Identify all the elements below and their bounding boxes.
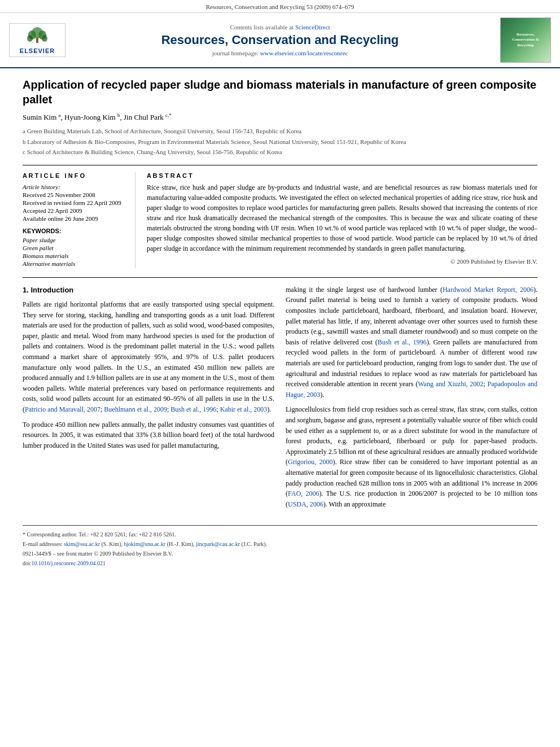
keyword-1: Paper sludge	[23, 237, 126, 243]
revised-date: Received in revised form 22 April 2009	[23, 199, 126, 206]
authors-line: Sumin Kim a, Hyun-Joong Kim b, Jin Chul …	[23, 112, 537, 122]
footnote-area: * Corresponding author. Tel.: +82 2 820 …	[0, 528, 560, 567]
issn-line: 0921-3449/$ – see front matter © 2009 Pu…	[23, 549, 537, 558]
svg-point-5	[42, 35, 47, 42]
journal-header: ELSEVIER Contents lists available at Sci…	[0, 13, 560, 68]
journal-title: Resources, Conservation and Recycling	[71, 33, 489, 47]
affiliation-a: a Green Building Materials Lab, School o…	[23, 126, 537, 136]
keywords-section: Keywords: Paper sludge Green pallet Biom…	[23, 228, 126, 267]
journal-ref-text: Resources, Conservation and Recycling 53…	[206, 3, 354, 10]
copyright-line: © 2009 Published by Elsevier B.V.	[147, 258, 537, 265]
affiliation-b: b Laboratory of Adhesion & Bio-Composite…	[23, 137, 537, 147]
journal-thumbnail-area: Resources,Conservation &Recycling	[489, 18, 551, 63]
ref-fao-link[interactable]: FAO, 2006	[288, 490, 319, 497]
abstract-text: Rice straw, rice husk and paper sludge a…	[147, 182, 537, 254]
ref-hardwood-link[interactable]: Hardwood Market Report, 2006	[443, 286, 533, 294]
footnote-divider	[23, 525, 537, 526]
online-date: Available online 26 June 2009	[23, 215, 126, 222]
elsevier-logo: ELSEVIER	[9, 23, 65, 57]
author-sumin: Sumin Kim a	[23, 113, 61, 121]
email-skim[interactable]: skim@ssu.ac.kr	[64, 541, 100, 547]
email-hjokim[interactable]: hjokim@snu.ac.kr	[124, 541, 165, 547]
corresponding-note: * Corresponding author. Tel.: +82 2 820 …	[23, 530, 537, 539]
body-para2: To produce 450 million new pallets annua…	[23, 420, 274, 451]
ref-grigor-link[interactable]: Grigoriou, 2000	[288, 458, 333, 466]
affiliation-c: c School of Architecture & Building Scie…	[23, 147, 537, 157]
ref-wang-link[interactable]: Wang and Xiuzhi, 2002	[418, 380, 483, 388]
homepage-label: journal homepage:	[212, 50, 259, 56]
contents-line: Contents lists available at ScienceDirec…	[71, 24, 489, 30]
elsevier-text: ELSEVIER	[20, 47, 55, 54]
keyword-3: Biomass materials	[23, 252, 126, 259]
body-para1: Pallets are rigid horizontal platforms t…	[23, 299, 274, 415]
ref-usda-link[interactable]: USDA, 2006	[288, 500, 323, 508]
body-section: 1. Introduction Pallets are rigid horizo…	[23, 277, 537, 514]
elsevier-logo-area: ELSEVIER	[9, 23, 71, 57]
journal-center-header: Contents lists available at ScienceDirec…	[71, 24, 489, 56]
section1-title: 1. Introduction	[23, 285, 274, 296]
doi-line: doi:10.1016/j.resconrec.2009.04.021	[23, 559, 537, 567]
body-col-left: 1. Introduction Pallets are rigid horizo…	[23, 285, 274, 514]
abstract-column: A B S T R A C T Rice straw, rice husk an…	[147, 172, 537, 268]
journal-thumbnail: Resources,Conservation &Recycling	[500, 18, 551, 63]
ref-buehlmann-link[interactable]: Buehlmann et al., 2009	[104, 405, 167, 413]
body-col-right: making it the single largest use of hard…	[286, 285, 537, 514]
contents-label: Contents lists available at	[230, 24, 294, 30]
sciencedirect-link[interactable]: ScienceDirect	[295, 24, 330, 30]
ref-kabir-link[interactable]: Kabir et al., 2003	[220, 405, 268, 413]
email-jincpark[interactable]: jincpark@cau.ac.kr	[196, 541, 240, 547]
keyword-2: Green pallet	[23, 244, 126, 251]
article-title: Application of recycled paper sludge and…	[23, 77, 537, 107]
abstract-title: A B S T R A C T	[147, 172, 537, 179]
elsevier-icon	[23, 26, 51, 47]
email-line: E-mail addresses: skim@ssu.ac.kr (S. Kim…	[23, 540, 537, 548]
journal-reference: Resources, Conservation and Recycling 53…	[0, 0, 560, 13]
keywords-title: Keywords:	[23, 228, 126, 234]
page: Resources, Conservation and Recycling 53…	[0, 0, 560, 567]
accepted-date: Accepted 22 April 2009	[23, 207, 126, 214]
article-info-column: A R T I C L E I N F O Article history: R…	[23, 172, 135, 268]
body-col2-para1: making it the single largest use of hard…	[286, 285, 537, 400]
body-col2-para2: Lignocellulosics from field crop residue…	[286, 404, 537, 509]
info-abstract-section: A R T I C L E I N F O Article history: R…	[23, 165, 537, 268]
ref-bush96-link[interactable]: Bush et al., 1996	[378, 338, 427, 346]
received-date: Received 25 November 2008	[23, 191, 126, 198]
homepage-url[interactable]: www.elsevier.com/locate/resconrec	[260, 50, 348, 56]
main-content: Application of recycled paper sludge and…	[0, 68, 560, 523]
doi-link[interactable]: 10.1016/j.resconrec.2009.04.021	[32, 560, 106, 566]
author-jin: Jin Chul Park c,*	[124, 113, 172, 121]
svg-point-4	[27, 35, 33, 42]
affiliations: a Green Building Materials Lab, School o…	[23, 126, 537, 157]
svg-rect-3	[36, 37, 38, 43]
author-hyun: Hyun-Joong Kim b	[64, 113, 120, 121]
thumb-text: Resources,Conservation &Recycling	[512, 32, 539, 47]
abstract-section: A B S T R A C T Rice straw, rice husk an…	[147, 172, 537, 265]
ref-bush-link[interactable]: Bush et al., 1996	[170, 405, 216, 413]
ref-papa-link[interactable]: Papadopoulos and Hague, 2003	[286, 380, 537, 399]
ref-patricio-link[interactable]: Patricio and Maravall, 2007	[25, 405, 100, 413]
homepage-line: journal homepage: www.elsevier.com/locat…	[71, 50, 489, 56]
article-info-title: A R T I C L E I N F O	[23, 172, 126, 179]
keyword-4: Alternative materials	[23, 260, 126, 267]
article-info-section: A R T I C L E I N F O Article history: R…	[23, 172, 126, 222]
history-label: Article history:	[23, 182, 126, 191]
